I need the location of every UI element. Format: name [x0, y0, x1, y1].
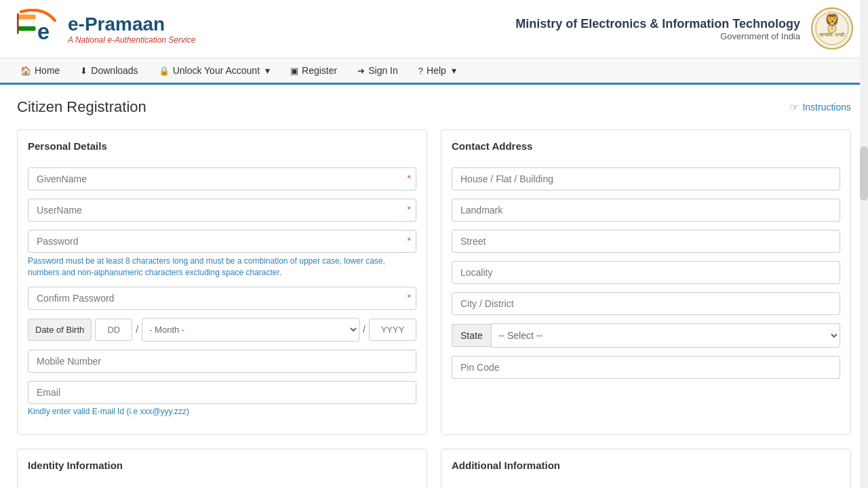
given-name-required: *	[408, 173, 411, 184]
username-field-wrapper: *	[28, 199, 416, 222]
scrollbar[interactable]	[860, 0, 868, 488]
identity-section: Identity Information	[17, 449, 427, 488]
mobile-input[interactable]	[28, 350, 416, 373]
additional-title: Additional Information	[452, 460, 840, 476]
nav-home-label: Home	[35, 65, 60, 76]
lock-icon: 🔒	[159, 66, 170, 76]
locality-field-wrapper	[452, 261, 840, 284]
instructions-label: Instructions	[802, 102, 851, 113]
personal-details-title: Personal Details	[28, 140, 416, 157]
page-header: Citizen Registration ☞ Instructions	[17, 98, 851, 116]
dob-sep-2: /	[363, 324, 366, 335]
header-right: Ministry of Electronics & Information Te…	[515, 7, 854, 51]
house-input[interactable]	[452, 167, 840, 190]
svg-rect-4	[17, 13, 19, 33]
nav-home[interactable]: 🏠 Home	[10, 58, 70, 83]
nav-signin[interactable]: ➜ Sign In	[347, 58, 408, 83]
nav-register-label: Register	[302, 65, 337, 76]
ministry-sub: Government of India	[515, 31, 800, 41]
password-input[interactable]	[28, 230, 416, 253]
india-emblem-icon: 🦁 सत्यमेव जयते	[810, 7, 854, 51]
nav-downloads-label: Downloads	[91, 65, 138, 76]
nav-unlock-label: Unlock Your Account	[173, 65, 260, 76]
given-name-field-wrapper: *	[28, 167, 416, 190]
confirm-password-input[interactable]	[28, 287, 416, 310]
nav-signin-label: Sign In	[368, 65, 398, 76]
mobile-field-wrapper	[28, 350, 416, 373]
state-select[interactable]: -- Select -- Andhra Pradesh Assam Bihar …	[491, 323, 840, 348]
nav-downloads[interactable]: ⬇ Downloads	[70, 58, 148, 83]
ministry-text: Ministry of Electronics & Information Te…	[515, 17, 800, 41]
state-row: State -- Select -- Andhra Pradesh Assam …	[452, 323, 840, 348]
bottom-sections: Identity Information Additional Informat…	[17, 449, 851, 488]
logo-subtitle: A National e-Authentication Service	[68, 35, 195, 45]
landmark-input[interactable]	[452, 199, 840, 222]
svg-text:🦁: 🦁	[825, 13, 840, 28]
nav-register[interactable]: ▣ Register	[280, 58, 347, 83]
username-required: *	[408, 204, 411, 215]
username-input[interactable]	[28, 199, 416, 222]
street-input[interactable]	[452, 230, 840, 253]
svg-text:e: e	[37, 19, 50, 43]
confirm-password-required: *	[408, 292, 411, 303]
logo-text-area: e-Pramaan A National e-Authentication Se…	[68, 14, 195, 45]
dob-dd-input[interactable]	[95, 319, 132, 341]
password-field-wrapper: * Password must be at least 8 characters…	[28, 230, 416, 279]
scroll-thumb[interactable]	[860, 146, 868, 201]
nav-help-label: Help	[427, 65, 446, 76]
register-icon: ▣	[290, 66, 298, 76]
locality-input[interactable]	[452, 261, 840, 284]
pincode-field-wrapper	[452, 356, 840, 379]
instructions-link[interactable]: ☞ Instructions	[789, 101, 851, 114]
dob-label: Date of Birth	[28, 319, 92, 341]
given-name-input[interactable]	[28, 167, 416, 190]
contact-address-title: Contact Address	[452, 140, 840, 157]
confirm-password-field-wrapper: *	[28, 287, 416, 310]
form-grid: Personal Details * * * Password must be …	[17, 129, 851, 435]
help-dropdown-icon: ▾	[452, 65, 456, 76]
dob-month-select[interactable]: - Month - January February March April M…	[142, 318, 359, 342]
additional-section: Additional Information	[441, 449, 851, 488]
signin-icon: ➜	[357, 66, 365, 76]
page-title: Citizen Registration	[17, 98, 146, 116]
email-input[interactable]	[28, 381, 416, 404]
download-icon: ⬇	[80, 66, 87, 76]
landmark-field-wrapper	[452, 199, 840, 222]
dob-row: Date of Birth / - Month - January Februa…	[28, 318, 416, 342]
svg-rect-2	[17, 20, 33, 25]
dob-sep-1: /	[136, 324, 138, 335]
password-required: *	[408, 235, 411, 246]
instructions-finger-icon: ☞	[789, 101, 799, 114]
password-help-text: Password must be at least 8 characters l…	[28, 256, 416, 279]
ministry-title: Ministry of Electronics & Information Te…	[515, 17, 800, 31]
unlock-dropdown-icon: ▾	[265, 65, 270, 76]
nav-help[interactable]: ? Help ▾	[408, 58, 467, 83]
email-help-text: Kindly enter valid E-mail Id (i.e xxx@yy…	[28, 407, 416, 416]
city-input[interactable]	[452, 292, 840, 315]
svg-rect-1	[17, 14, 35, 19]
street-field-wrapper	[452, 230, 840, 253]
header: e e-Pramaan A National e-Authentication …	[0, 0, 868, 58]
email-field-wrapper: Kindly enter valid E-mail Id (i.e xxx@yy…	[28, 381, 416, 416]
logo-icon: e	[14, 9, 61, 49]
house-field-wrapper	[452, 167, 840, 190]
state-label: State	[452, 324, 491, 347]
identity-title: Identity Information	[28, 460, 416, 476]
main-content: Citizen Registration ☞ Instructions Pers…	[0, 85, 868, 488]
svg-rect-3	[17, 26, 35, 30]
personal-details-section: Personal Details * * * Password must be …	[17, 129, 427, 435]
dob-year-input[interactable]	[369, 319, 416, 341]
city-field-wrapper	[452, 292, 840, 315]
contact-address-section: Contact Address State	[441, 129, 851, 435]
logo-area: e e-Pramaan A National e-Authentication …	[14, 9, 195, 49]
help-icon: ?	[418, 66, 423, 76]
nav-unlock[interactable]: 🔒 Unlock Your Account ▾	[149, 58, 280, 83]
logo-title: e-Pramaan	[68, 14, 195, 35]
home-icon: 🏠	[20, 66, 31, 76]
pincode-input[interactable]	[452, 356, 840, 379]
navbar: 🏠 Home ⬇ Downloads 🔒 Unlock Your Account…	[0, 58, 868, 85]
